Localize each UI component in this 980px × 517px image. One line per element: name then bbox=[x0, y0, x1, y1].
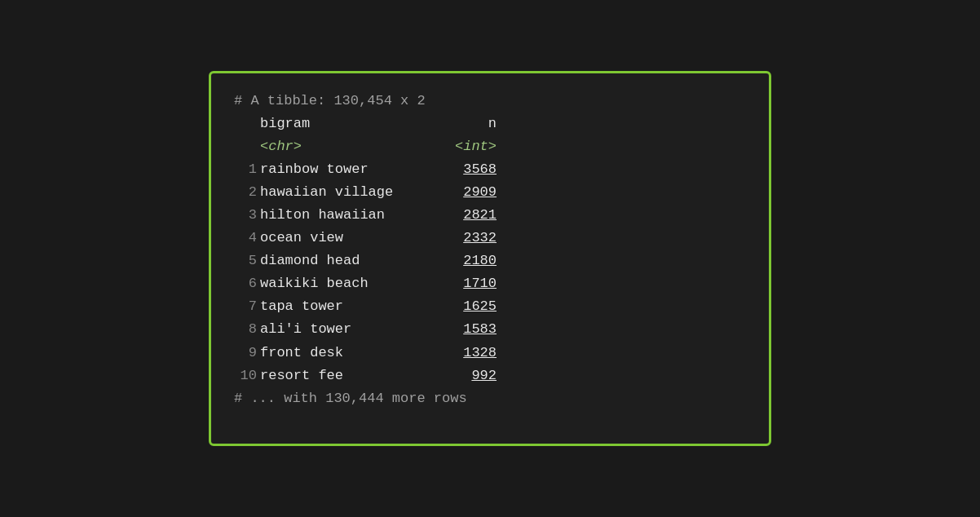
table-row: 2hawaiian village2909 bbox=[234, 181, 746, 204]
table-row: 3hilton hawaiian2821 bbox=[234, 204, 746, 227]
n-value: 2821 bbox=[448, 204, 497, 227]
n-value: 2332 bbox=[448, 227, 497, 250]
table-row: 1rainbow tower3568 bbox=[234, 158, 746, 181]
bigram-value: ali'i tower bbox=[260, 318, 448, 341]
data-rows-container: 1rainbow tower35682hawaiian village29093… bbox=[234, 158, 746, 387]
n-value: 2909 bbox=[448, 181, 497, 204]
terminal-output: # A tibble: 130,454 x 2 bigram n <chr> <… bbox=[209, 71, 771, 446]
tibble-header: # A tibble: 130,454 x 2 bbox=[234, 90, 746, 113]
row-number: 5 bbox=[234, 250, 257, 272]
column-types: <chr> <int> bbox=[234, 135, 746, 158]
row-number: 10 bbox=[234, 365, 257, 387]
bigram-value: diamond head bbox=[260, 250, 448, 272]
row-number: 4 bbox=[234, 227, 257, 250]
bigram-value: waikiki beach bbox=[260, 272, 448, 295]
column-headers: bigram n bbox=[234, 113, 746, 135]
n-value: 2180 bbox=[448, 250, 497, 272]
table-row: 6waikiki beach1710 bbox=[234, 272, 746, 295]
n-value: 1583 bbox=[448, 318, 497, 341]
row-number: 9 bbox=[234, 342, 257, 365]
table-row: 7tapa tower1625 bbox=[234, 295, 746, 318]
row-number: 2 bbox=[234, 181, 257, 204]
table-row: 10resort fee992 bbox=[234, 365, 746, 387]
row-number: 1 bbox=[234, 158, 257, 181]
n-value: 1328 bbox=[448, 342, 497, 365]
n-value: 1710 bbox=[448, 272, 497, 295]
row-number: 7 bbox=[234, 295, 257, 318]
n-col-header: n bbox=[448, 113, 497, 135]
bigram-value: ocean view bbox=[260, 227, 448, 250]
bigram-value: resort fee bbox=[260, 365, 448, 387]
table-row: 8ali'i tower1583 bbox=[234, 318, 746, 341]
table-row: 5diamond head2180 bbox=[234, 250, 746, 272]
n-value: 1625 bbox=[448, 295, 497, 318]
row-number: 6 bbox=[234, 272, 257, 295]
bigram-col-header: bigram bbox=[260, 113, 448, 135]
row-number: 3 bbox=[234, 204, 257, 227]
bigram-value: front desk bbox=[260, 342, 448, 365]
bigram-value: rainbow tower bbox=[260, 158, 448, 181]
bigram-value: tapa tower bbox=[260, 295, 448, 318]
footer-row-count: # ... with 130,444 more rows bbox=[234, 387, 746, 410]
n-col-type: <int> bbox=[448, 135, 497, 158]
bigram-col-type: <chr> bbox=[260, 135, 448, 158]
n-value: 992 bbox=[448, 365, 497, 387]
table-row: 9front desk1328 bbox=[234, 342, 746, 365]
row-number: 8 bbox=[234, 318, 257, 341]
table-row: 4ocean view2332 bbox=[234, 227, 746, 250]
bigram-value: hilton hawaiian bbox=[260, 204, 448, 227]
bigram-value: hawaiian village bbox=[260, 181, 448, 204]
n-value: 3568 bbox=[448, 158, 497, 181]
